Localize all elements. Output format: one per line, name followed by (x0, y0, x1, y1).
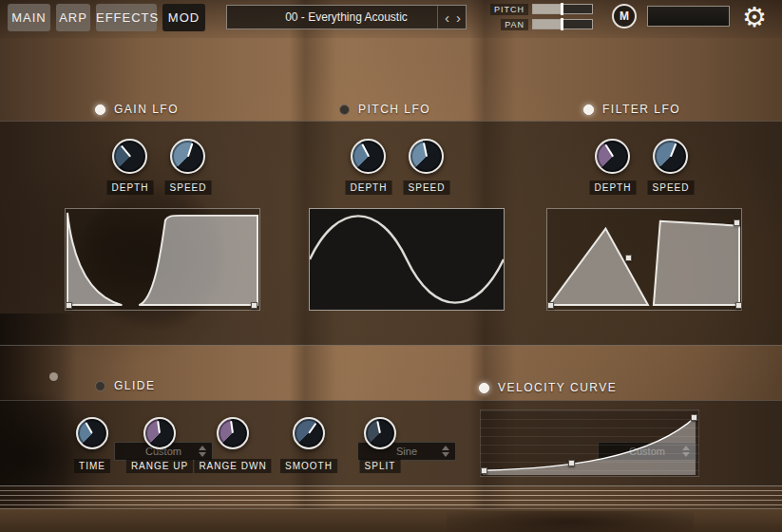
filter-lfo-header: FILTER LFO (583, 103, 680, 116)
glide-smooth-knob[interactable] (293, 417, 325, 449)
pitch-lfo-depth-label: DEPTH (346, 180, 392, 195)
curve-handle[interactable] (568, 460, 575, 466)
filter-lfo-title: FILTER LFO (602, 103, 680, 116)
curve-handle[interactable] (691, 414, 697, 421)
curve-handle[interactable] (66, 302, 72, 309)
gain-lfo-speed-label: SPEED (165, 180, 212, 195)
pan-label: PAN (501, 19, 528, 30)
gain-lfo-header: GAIN LFO (95, 103, 179, 116)
pitch-lfo-depth-knob[interactable] (351, 139, 386, 174)
knob-needle (423, 142, 428, 157)
velocity-curve-header: VELOCITY CURVE (479, 381, 617, 394)
filter-lfo-depth-label: DEPTH (590, 180, 637, 195)
guitar-strings-decor (0, 485, 782, 508)
filter-lfo-speed-label: SPEED (648, 180, 695, 195)
preset-next-button[interactable]: › (456, 10, 461, 25)
curve-handle[interactable] (734, 219, 740, 226)
glide-header: GLIDE (95, 379, 156, 392)
pitch-slider[interactable] (532, 4, 593, 14)
knob-needle (230, 421, 234, 433)
gain-lfo-speed-knob[interactable] (170, 139, 205, 174)
glide-title: GLIDE (114, 379, 156, 392)
curve-handle[interactable] (625, 255, 632, 261)
settings-gear-icon[interactable]: ⚙ (742, 0, 767, 34)
pitch-label: PITCH (490, 4, 528, 15)
gain-lfo-depth-knob[interactable] (112, 139, 147, 174)
velocity-curve (481, 410, 698, 476)
preset-nav: ‹ › (437, 6, 461, 28)
pitch-lfo-sine-waveform (310, 209, 504, 310)
glide-range-down-label: RANGE DWN (194, 459, 271, 473)
preset-prev-button[interactable]: ‹ (445, 10, 449, 25)
tab-mod[interactable]: MOD (162, 4, 205, 31)
pitch-slider-thumb[interactable] (561, 3, 563, 15)
top-toolbar: MAIN ARP EFFECTS MOD 00 - Everything Aco… (0, 0, 782, 34)
guitar-bridge-decor (447, 511, 694, 532)
filter-lfo-enable-led[interactable] (583, 104, 594, 115)
pitch-lfo-speed-label: SPEED (404, 180, 450, 195)
tuner-decor (49, 372, 58, 381)
filter-lfo-waveform (547, 209, 741, 310)
glide-range-up-knob[interactable] (143, 417, 176, 449)
lfo-panel: DEPTH SPEED Custom DEPTH SPEED (0, 121, 782, 346)
pitch-lfo-title: PITCH LFO (358, 103, 430, 116)
plugin-window: MAIN ARP EFFECTS MOD 00 - Everything Aco… (0, 0, 782, 532)
level-meter (647, 6, 730, 27)
pan-slider-fill (533, 20, 563, 28)
pitch-lfo-speed-knob[interactable] (409, 139, 444, 174)
glide-range-down-knob[interactable] (217, 417, 249, 449)
glide-split-knob[interactable] (364, 417, 396, 449)
knob-needle (157, 421, 161, 433)
velocity-curve-enable-led[interactable] (479, 383, 489, 393)
velocity-curve-title: VELOCITY CURVE (498, 381, 617, 394)
glide-split-label: SPLIT (360, 459, 401, 473)
pitch-slider-fill (533, 5, 563, 13)
curve-handle[interactable] (547, 302, 554, 309)
filter-lfo-speed-knob[interactable] (653, 139, 688, 174)
knob-needle (670, 143, 677, 157)
glide-time-knob[interactable] (76, 417, 108, 449)
preset-name: 00 - Everything Acoustic (285, 10, 408, 24)
pitch-lfo-waveform-display[interactable] (309, 208, 505, 311)
glide-range-up-label: RANGE UP (126, 459, 193, 473)
tab-arp[interactable]: ARP (56, 4, 90, 31)
gain-lfo-waveform-display[interactable] (65, 208, 260, 311)
tab-effects[interactable]: EFFECTS (96, 4, 157, 31)
knob-needle (120, 145, 130, 157)
glide-enable-led[interactable] (95, 381, 105, 391)
pan-slider[interactable] (532, 19, 593, 29)
knob-needle (187, 142, 193, 156)
glide-time-label: TIME (74, 459, 110, 473)
pitch-lfo-header: PITCH LFO (339, 103, 430, 116)
gain-lfo-waveform (66, 209, 259, 310)
curve-handle[interactable] (481, 467, 487, 474)
knob-needle (86, 422, 93, 433)
knob-needle (308, 423, 316, 434)
knob-needle (376, 421, 381, 433)
curve-handle[interactable] (735, 302, 742, 309)
glide-smooth-label: SMOOTH (280, 459, 337, 473)
filter-lfo-depth-knob[interactable] (595, 139, 630, 174)
pan-slider-thumb[interactable] (561, 18, 563, 30)
pitch-lfo-enable-led[interactable] (339, 104, 350, 115)
knob-needle (604, 144, 613, 157)
gain-lfo-depth-label: DEPTH (107, 180, 154, 195)
filter-lfo-waveform-display[interactable] (546, 208, 742, 311)
preset-selector[interactable]: 00 - Everything Acoustic ‹ › (226, 5, 467, 29)
mono-button[interactable]: M (612, 4, 637, 28)
gain-lfo-title: GAIN LFO (114, 103, 179, 116)
velocity-curve-display[interactable] (480, 409, 699, 477)
knob-needle (361, 143, 370, 157)
curve-handle[interactable] (251, 302, 257, 309)
gain-lfo-enable-led[interactable] (95, 104, 105, 115)
tab-main[interactable]: MAIN (8, 4, 50, 31)
